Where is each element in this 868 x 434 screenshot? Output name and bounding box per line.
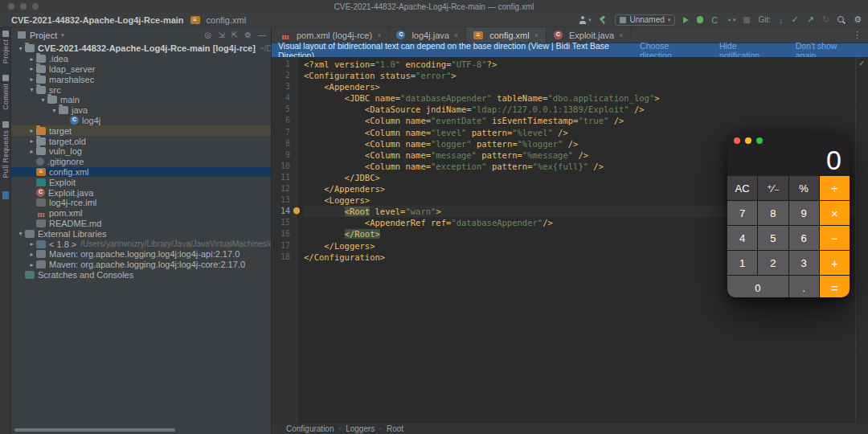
project-tree-hscrollbar[interactable] — [14, 428, 175, 432]
tree-item[interactable]: README.md — [11, 219, 271, 229]
chevron-right-icon[interactable]: ▸ — [27, 65, 36, 72]
hide-panel-icon[interactable]: — — [258, 31, 266, 39]
tree-item[interactable]: ▸< 1.8 >/Users/yarinvnizry/Library/Java/… — [11, 239, 271, 249]
tree-item[interactable]: ▸marshalsec — [11, 74, 271, 84]
tree-item[interactable]: ▸target — [11, 125, 271, 136]
calc-button-digit-9[interactable]: 9 — [789, 201, 819, 225]
header-current-file[interactable]: config.xml — [190, 15, 247, 25]
git-history-button[interactable]: ↻ — [822, 14, 829, 25]
calc-button-digit-4[interactable]: 4 — [727, 226, 757, 250]
chevron-right-icon[interactable]: ▸ — [27, 261, 36, 268]
tree-item[interactable]: config.xml — [11, 167, 271, 178]
tool-strip-indicator[interactable] — [2, 191, 9, 199]
tree-item[interactable]: ▾main — [11, 95, 271, 105]
stop-button[interactable] — [743, 17, 750, 23]
chevron-right-icon[interactable]: ▸ — [27, 148, 36, 155]
chevron-right-icon[interactable]: ▸ — [27, 76, 36, 83]
run-configuration-select[interactable]: Unnamed ▾ — [615, 14, 675, 26]
tree-item[interactable]: ▸vuln_log — [11, 146, 271, 157]
code-line[interactable]: <JDBC name="databaseAppender" tableName=… — [304, 92, 855, 104]
tool-strip-pull-requests[interactable]: Pull Requests — [2, 121, 10, 178]
tree-item[interactable]: ▾src — [11, 84, 271, 95]
chevron-down-icon[interactable]: ▾ — [27, 86, 36, 93]
tree-item[interactable]: ▸target,old — [11, 136, 271, 146]
tree-item[interactable]: ▸ldap_server — [11, 64, 271, 75]
calc-button-digit-6[interactable]: 6 — [789, 226, 819, 250]
tab-close-icon[interactable]: × — [619, 31, 623, 39]
debug-button[interactable] — [697, 16, 703, 23]
coverage-button[interactable]: C — [711, 15, 718, 25]
search-everywhere-button[interactable] — [837, 16, 845, 24]
locate-icon[interactable]: ◎ — [205, 31, 212, 39]
calc-button-digit-3[interactable]: 3 — [789, 251, 819, 275]
chevron-right-icon[interactable]: ▸ — [27, 137, 36, 145]
tab-close-icon[interactable]: × — [454, 31, 458, 39]
calc-button-percent[interactable]: % — [789, 176, 819, 200]
profiler-button[interactable]: ◔▾ — [726, 15, 735, 25]
tree-item[interactable]: ▸Maven: org.apache.logging.log4j:log4j-a… — [11, 249, 271, 260]
chevron-down-icon[interactable]: ▾ — [16, 230, 25, 237]
tree-item[interactable]: ▾CVE-2021-44832-Apache-Log4j-Rce-main [l… — [11, 43, 271, 54]
tree-item[interactable]: pom.xml — [11, 208, 271, 219]
chevron-right-icon[interactable]: ▸ — [27, 251, 36, 258]
tree-item[interactable]: log4j — [11, 116, 271, 126]
tree-item[interactable]: Scratches and Consoles — [11, 270, 271, 280]
calc-button-decimal[interactable]: . — [789, 276, 819, 297]
tab-close-icon[interactable]: × — [534, 31, 538, 39]
git-update-button[interactable]: ↓ — [779, 15, 784, 25]
calc-close-icon[interactable] — [734, 137, 740, 144]
calc-button-minus[interactable]: − — [820, 226, 850, 250]
collapse-all-icon[interactable]: ⇱ — [231, 31, 238, 39]
calc-button-ac[interactable]: AC — [727, 176, 757, 200]
chevron-right-icon[interactable]: ▸ — [27, 240, 36, 248]
calc-button-digit-0[interactable]: 0 — [727, 276, 788, 297]
project-view-select[interactable]: Project ▾ — [18, 31, 64, 40]
tree-item[interactable]: ▸.idea — [11, 54, 271, 64]
calc-minimize-icon[interactable] — [745, 137, 751, 144]
calc-button-plus-minus[interactable]: ⁺⁄₋ — [758, 176, 788, 200]
calc-button-digit-8[interactable]: 8 — [758, 201, 788, 225]
calc-button-digit-2[interactable]: 2 — [758, 251, 788, 275]
tab-close-icon[interactable]: × — [377, 31, 381, 39]
code-line[interactable]: <Column name="eventDate" isEventTimestam… — [304, 115, 855, 126]
breadcrumb-item-root[interactable]: Root — [387, 424, 403, 433]
tree-item[interactable]: ▾External Libraries — [11, 228, 271, 239]
code-line[interactable]: <DataSource jndiName="ldap://127.0.0.1:1… — [304, 104, 855, 115]
run-button[interactable] — [683, 17, 689, 23]
breadcrumb-item-configuration[interactable]: Configuration — [286, 424, 334, 433]
calculator-window[interactable]: 0 AC⁺⁄₋%÷789×456−123+0.= — [727, 132, 850, 297]
git-push-button[interactable]: ↗ — [807, 14, 814, 25]
chevron-down-icon[interactable]: ▾ — [16, 45, 25, 52]
tree-item[interactable]: ▾java — [11, 105, 271, 116]
calc-button-digit-1[interactable]: 1 — [727, 251, 757, 275]
chevron-right-icon[interactable]: ▸ — [27, 55, 36, 63]
settings-button[interactable]: ⚙ — [854, 14, 862, 25]
tree-item[interactable]: ▸Maven: org.apache.logging.log4j:log4j-c… — [11, 260, 271, 270]
tool-strip-project[interactable]: Project — [2, 31, 10, 63]
calc-button-digit-5[interactable]: 5 — [758, 226, 788, 250]
code-line[interactable]: <Configuration status="error"> — [304, 70, 855, 81]
code-line[interactable]: <Appenders> — [304, 81, 855, 92]
calc-zoom-icon[interactable] — [756, 137, 763, 144]
expand-all-icon[interactable]: ⇲ — [218, 31, 224, 39]
git-commit-button[interactable]: ✓ — [791, 14, 798, 25]
chevron-down-icon[interactable]: ▾ — [50, 107, 59, 114]
calc-button-digit-7[interactable]: 7 — [727, 201, 757, 225]
profile-button[interactable]: ▾ — [579, 16, 592, 24]
calc-button-equals[interactable]: = — [820, 276, 850, 297]
build-button[interactable] — [599, 16, 607, 24]
tree-item[interactable]: .gitignore — [11, 157, 271, 167]
chevron-right-icon[interactable]: ▸ — [27, 127, 36, 134]
tree-item[interactable]: Exploit.java — [11, 187, 271, 198]
calc-button-divide[interactable]: ÷ — [820, 176, 850, 200]
chevron-down-icon[interactable]: ▾ — [39, 96, 47, 104]
inspections-ok-icon[interactable]: ✓ — [856, 57, 868, 70]
code-line[interactable]: <?xml version="1.0" encoding="UTF-8"?> — [304, 59, 855, 70]
tree-item[interactable]: log4j-rce.iml — [11, 198, 271, 208]
calc-button-multiply[interactable]: × — [820, 201, 850, 225]
gear-icon[interactable]: ⚙ — [244, 31, 252, 39]
calc-button-plus[interactable]: + — [820, 251, 850, 275]
tool-strip-commit[interactable]: Commit — [2, 75, 10, 110]
breadcrumb-item-loggers[interactable]: Loggers — [346, 424, 375, 433]
tree-item[interactable]: Exploit — [11, 177, 271, 187]
